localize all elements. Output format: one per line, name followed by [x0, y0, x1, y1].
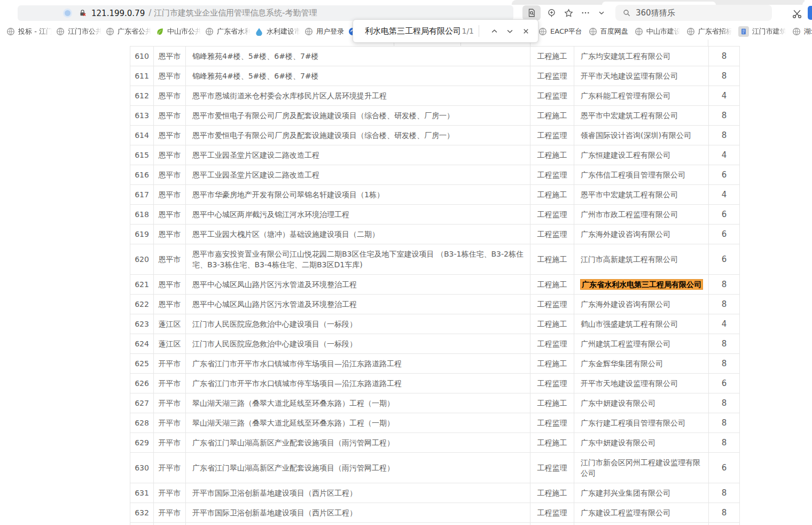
cell-no: 626 [130, 374, 154, 393]
bookmark-item[interactable]: 广东省水利 [205, 25, 251, 38]
cell-no: 627 [130, 393, 154, 413]
attendance-table: 610恩平市锦峰雅苑4#楼、5#楼、6#楼、7#楼工程施工广东均安建筑工程有限公… [130, 46, 740, 525]
table-row: 625开平市广东省江门市开平市水口镇城市停车场项目—沿江东路道路工程工程施工广东… [130, 354, 740, 374]
cell-no: 628 [130, 413, 154, 433]
bookmark-item[interactable]: 江门市公共 [56, 25, 102, 38]
find-in-page-button[interactable] [522, 5, 541, 20]
globe-icon [56, 27, 65, 36]
find-previous-button[interactable] [488, 24, 500, 38]
cell-city: 恩平市 [154, 145, 186, 165]
table-row: 615恩平市恩平工业园圣堂片区建设二路改造工程工程施工广东恒建建设工程有限公司4 [130, 145, 740, 165]
bookmark-item[interactable]: 水利建设市 [255, 25, 300, 38]
find-query-input[interactable]: 利水电第三工程局有限公司 [365, 26, 460, 36]
cell-no: 618 [130, 205, 154, 225]
bookmark-label: 江门市建筑 [752, 27, 786, 36]
cell-project: 广东省江门翠山湖高新区产业配套设施项目（雨污管网工程） [186, 433, 530, 453]
cell-company: 广东省水利水电第三工程局有限公司 [574, 275, 709, 295]
search-icon [622, 9, 631, 17]
bookmark-item[interactable]: 广东省招标 [686, 25, 732, 38]
cell-count: 8 [709, 433, 740, 453]
bookmark-item[interactable]: 广东省公共 [106, 25, 151, 38]
sidebar-app-icon[interactable] [808, 6, 812, 20]
browser-search-box[interactable]: 360猜猜乐 [615, 5, 772, 21]
bookmark-item[interactable]: 中山市建设 [635, 25, 680, 38]
cell-role: 工程监理 [530, 126, 574, 145]
cell-project: 恩平市恩城街道米仓村委会水库移民片区人居环境提升工程 [186, 86, 530, 106]
cell-count: 6 [709, 225, 740, 244]
globe-icon [538, 27, 547, 36]
screenshot-button[interactable] [790, 6, 805, 21]
cell-city: 恩平市 [154, 275, 186, 295]
cell-company: 江门市高新建筑工程有限公司 [574, 244, 709, 275]
cell-company: 广东中妍建设有限公司 [574, 433, 709, 453]
cell-count: 6 [709, 453, 740, 483]
cell-no: 616 [130, 165, 154, 185]
cell-company: 开平市天地建设监理有限公司 [574, 66, 709, 86]
cell-no: 622 [130, 295, 154, 314]
cell-project: 恩平中心城区凤山路片区污水管道及环境整治工程 [186, 275, 530, 295]
cell-no: 614 [130, 126, 154, 145]
globe-icon [304, 27, 313, 36]
cell-company: 领睿国际设计咨询(深圳)有限公司 [574, 126, 709, 145]
bookmark-item[interactable]: 湖北省公 [792, 25, 812, 38]
bookmark-item[interactable]: 江门市建筑 [738, 25, 786, 38]
cell-role: 工程监理 [530, 295, 574, 314]
bookmark-star-button[interactable] [561, 5, 576, 20]
cell-company: 恩平市中宏建筑工程有限公司 [574, 185, 709, 205]
cell-company: 广东金辉华集团有限公司 [574, 354, 709, 374]
table-row-partial [130, 523, 740, 525]
find-next-button[interactable] [504, 24, 516, 38]
more-tools-button[interactable] [578, 5, 593, 20]
table-row: 620恩平市恩平市嘉安投资置业有限公司江山悦花园二期B3区住宅及地下室建设项目 … [130, 244, 740, 275]
cell-count: 8 [709, 503, 740, 523]
cell-role: 工程监理 [530, 165, 574, 185]
cell-city: 恩平市 [154, 106, 186, 126]
cell-no: 620 [130, 244, 154, 275]
bookmarks-bar-right: EACP平台百度网盘中山市建设广东省招标江门市建筑湖北省公 [538, 25, 812, 38]
chevron-down-icon [506, 27, 514, 35]
cell-empty [154, 523, 186, 525]
bookmark-label: 广东省水利 [217, 27, 251, 36]
table-row: 616恩平市恩平工业园圣堂片区建设二路改造工程工程监理广东伟信工程项目管理有限公… [130, 165, 740, 185]
cell-project: 开平市国际卫浴创新基地建设项目（西片区工程） [186, 483, 530, 503]
cell-no: 630 [130, 453, 154, 483]
cell-company: 广东伟信工程项目管理有限公司 [574, 165, 709, 185]
cell-company: 广东中妍建设有限公司 [574, 393, 709, 413]
chevron-up-icon [490, 27, 498, 35]
cell-role: 工程监理 [530, 413, 574, 433]
bookmark-item[interactable]: 中山市公共 [155, 25, 201, 38]
globe-icon [686, 27, 695, 36]
cell-city: 恩平市 [154, 185, 186, 205]
cell-role: 工程监理 [530, 205, 574, 225]
cell-company: 广东恒建建设工程有限公司 [574, 145, 709, 165]
cell-count: 8 [709, 47, 740, 66]
header-column-border [708, 40, 708, 46]
cell-no: 625 [130, 354, 154, 374]
collapse-toolbar-button[interactable] [594, 5, 609, 20]
cell-count: 8 [709, 354, 740, 374]
bookmark-item[interactable]: 百度网盘 [589, 25, 628, 38]
cell-no: 615 [130, 145, 154, 165]
cell-city: 恩平市 [154, 126, 186, 145]
find-in-page-icon [527, 8, 536, 18]
bookmark-item[interactable]: EACP平台 [538, 25, 582, 38]
cell-city: 恩平市 [154, 86, 186, 106]
table-row: 623蓬江区江门市人民医院应急救治中心建设项目（一标段）工程施工鹤山市强盛建筑工… [130, 314, 740, 334]
bookmark-label: 百度网盘 [600, 27, 628, 36]
ellipsis-icon [581, 8, 590, 18]
cell-role: 工程施工 [530, 47, 574, 66]
cell-project: 翠山湖天湖三路（叠翠大道北延线至环叠东路）工程（一期） [186, 413, 530, 433]
cell-count: 8 [709, 413, 740, 433]
cell-count: 6 [709, 244, 740, 275]
cell-role: 工程施工 [530, 393, 574, 413]
bookmark-item[interactable]: 投标 - 江门 [6, 25, 52, 38]
attendance-table-body: 610恩平市锦峰雅苑4#楼、5#楼、6#楼、7#楼工程施工广东均安建筑工程有限公… [130, 47, 740, 525]
find-close-button[interactable] [520, 24, 532, 38]
cell-city: 恩平市 [154, 47, 186, 66]
bookmark-item[interactable]: 用户登录 [304, 25, 344, 38]
cell-no: 621 [130, 275, 154, 295]
table-row: 628开平市翠山湖天湖三路（叠翠大道北延线至环叠东路）工程（一期）工程监理广东行… [130, 413, 740, 433]
address-bar[interactable]: 121.199.0.79 / 江门市建筑业企业信用管理信息系统-考勤管理 [18, 5, 513, 21]
cell-count: 8 [709, 126, 740, 145]
page-capture-button[interactable] [544, 5, 559, 20]
